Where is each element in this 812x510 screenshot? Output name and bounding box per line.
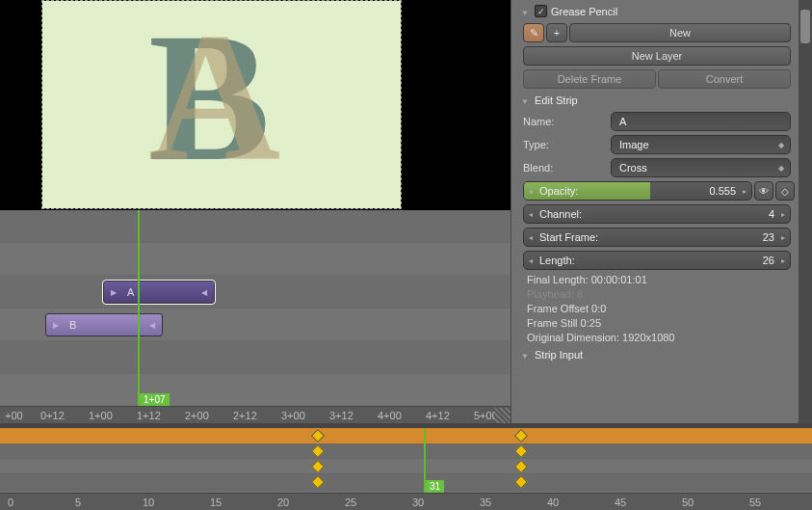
opacity-slider[interactable]: ◂ Opacity: 0.555 ▸ xyxy=(523,181,752,201)
new-layer-button[interactable]: New Layer xyxy=(523,46,791,66)
sequencer-timeline[interactable]: A B 1+07 +00 0+12 1+00 1+12 2+00 2+12 xyxy=(0,210,511,423)
strip-handle-left-icon[interactable] xyxy=(46,314,65,336)
dopesheet-summary-row[interactable] xyxy=(0,428,812,443)
channel-slider[interactable]: ◂ Channel: 4 ▸ xyxy=(523,204,791,224)
edit-strip-header[interactable]: Edit Strip xyxy=(517,93,797,108)
area-split-handle[interactable] xyxy=(495,408,511,423)
strip-handle-right-icon[interactable] xyxy=(143,314,162,336)
strip-input-title: Strip Input xyxy=(535,349,583,361)
chevron-down-icon xyxy=(521,349,531,361)
name-label: Name: xyxy=(523,116,605,127)
final-length-label: Final Length: 00:00:01:01 xyxy=(527,274,787,285)
strip-b[interactable]: B xyxy=(45,313,163,336)
chevron-down-icon xyxy=(521,94,531,106)
eye-icon[interactable]: 👁 xyxy=(754,181,773,201)
playhead-info-label: Playhead: 8 xyxy=(527,288,787,300)
scrollbar-thumb[interactable] xyxy=(800,10,810,43)
new-button[interactable]: New xyxy=(569,23,791,42)
blend-label: Blend: xyxy=(523,162,605,174)
strip-handle-left-icon[interactable] xyxy=(104,282,123,303)
length-slider[interactable]: ◂ Length: 26 ▸ xyxy=(523,251,791,270)
type-select[interactable]: Image xyxy=(611,135,791,154)
strip-handle-right-icon[interactable] xyxy=(195,282,214,303)
chevron-down-icon xyxy=(521,6,531,17)
frame-still-label: Frame Still 0:25 xyxy=(527,317,787,329)
sequencer-playhead-label: 1+07 xyxy=(140,393,170,406)
edit-strip-panel: Edit Strip Name: A Type: Image Blend: Cr… xyxy=(517,93,797,343)
convert-button[interactable]: Convert xyxy=(658,69,791,89)
strip-b-label: B xyxy=(65,319,143,331)
preview-viewport[interactable]: B A xyxy=(0,0,511,210)
grease-pencil-title: Grease Pencil xyxy=(551,6,617,17)
pencil-icon[interactable]: ✎ xyxy=(523,23,544,42)
sequencer-ruler[interactable]: +00 0+12 1+00 1+12 2+00 2+12 3+00 3+12 4… xyxy=(0,406,511,423)
type-label: Type: xyxy=(523,139,605,150)
strip-a[interactable]: A xyxy=(103,281,215,304)
strip-input-panel: Strip Input xyxy=(517,347,797,362)
properties-panel: ✓ Grease Pencil ✎ + New New Layer Delete… xyxy=(511,0,812,423)
strip-input-header[interactable]: Strip Input xyxy=(517,347,797,362)
preview-letter-a: A xyxy=(148,6,280,189)
grease-pencil-panel: ✓ Grease Pencil ✎ + New New Layer Delete… xyxy=(517,3,797,89)
keyframe-icon[interactable]: ◇ xyxy=(775,181,795,201)
name-field[interactable]: A xyxy=(611,112,791,131)
dopesheet-playhead-label: 31 xyxy=(426,480,444,493)
edit-strip-title: Edit Strip xyxy=(535,94,578,106)
dopesheet-ruler[interactable]: 0 5 10 15 20 25 30 35 40 45 50 55 xyxy=(0,493,812,510)
grease-pencil-header[interactable]: ✓ Grease Pencil xyxy=(517,3,797,19)
panel-scrollbar[interactable] xyxy=(799,0,812,423)
frame-offset-label: Frame Offset 0:0 xyxy=(527,303,787,314)
strip-a-label: A xyxy=(123,286,195,298)
delete-frame-button[interactable]: Delete Frame xyxy=(523,69,656,89)
start-frame-slider[interactable]: ◂ Start Frame: 23 ▸ xyxy=(523,228,791,247)
grease-pencil-checkbox[interactable]: ✓ xyxy=(535,5,547,17)
blend-select[interactable]: Cross xyxy=(611,158,791,177)
dopesheet-timeline[interactable]: 31 0 5 10 15 20 25 30 35 40 45 50 55 xyxy=(0,423,812,510)
original-dimension-label: Original Dimension: 1920x1080 xyxy=(527,332,787,343)
add-icon[interactable]: + xyxy=(546,23,567,42)
preview-canvas: B A xyxy=(42,1,401,208)
